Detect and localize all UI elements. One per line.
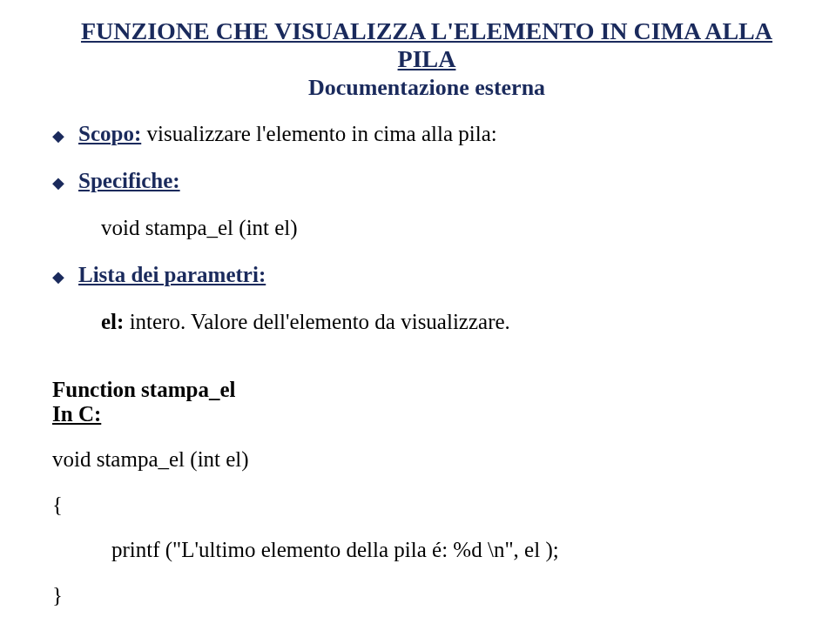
diamond-icon: ◆ [52, 126, 64, 145]
specifiche-label: Specifiche: [78, 169, 180, 193]
diamond-icon: ◆ [52, 267, 64, 286]
section-specifiche: ◆ Specifiche: [52, 169, 801, 193]
parametri-label: Lista dei parametri: [78, 263, 266, 287]
param-name: el: [101, 310, 130, 333]
function-block-header: Function stampa_el In C: [52, 378, 801, 426]
page-title: FUNZIONE CHE VISUALIZZA L'ELEMENTO IN CI… [52, 17, 801, 73]
diamond-icon: ◆ [52, 173, 64, 192]
page-subtitle: Documentazione esterna [52, 75, 801, 101]
code-open-brace: { [52, 493, 801, 517]
section-parametri: ◆ Lista dei parametri: [52, 263, 801, 287]
code-signature: void stampa_el (int el) [52, 447, 801, 472]
section-scopo: ◆ Scopo: visualizzare l'elemento in cima… [52, 122, 801, 146]
function-name: Function stampa_el [52, 378, 801, 402]
param-desc: intero. Valore dell'elemento da visualiz… [130, 310, 510, 333]
scopo-line: Scopo: visualizzare l'elemento in cima a… [78, 122, 497, 146]
scopo-label: Scopo: [78, 122, 141, 145]
code-printf: printf ("L'ultimo elemento della pila é:… [111, 538, 801, 562]
parametri-item: el: intero. Valore dell'elemento da visu… [101, 310, 801, 334]
code-close-brace: } [52, 583, 801, 607]
in-c-label: In C: [52, 402, 801, 426]
specifiche-body: void stampa_el (int el) [101, 216, 801, 240]
scopo-text: visualizzare l'elemento in cima alla pil… [141, 122, 497, 145]
